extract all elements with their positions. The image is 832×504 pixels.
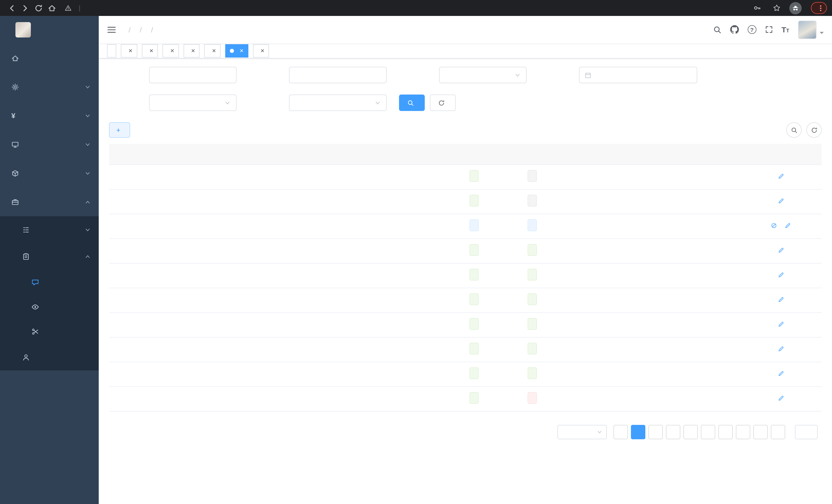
hamburger-icon[interactable] [107,25,116,34]
detail-action[interactable] [778,321,785,327]
cell-submit-time [562,263,651,288]
cell-status [446,263,502,288]
cell-name [268,312,328,337]
prev-page-button[interactable] [614,425,628,439]
page-button-4[interactable] [683,425,698,439]
sidebar-item-11[interactable] [0,344,99,370]
home-icon[interactable] [45,1,59,15]
detail-action[interactable] [778,173,785,179]
cell-actions [742,214,822,239]
parent-process-input[interactable] [289,67,387,83]
cell-end-time [651,189,742,214]
detail-action[interactable] [778,297,785,303]
detail-action[interactable] [778,370,785,376]
page-button-2[interactable] [648,425,663,439]
view-tab-0[interactable] [107,44,116,57]
close-icon[interactable]: × [191,47,195,54]
search-icon[interactable] [713,25,721,34]
process-name-input[interactable] [149,67,237,83]
sidebar-item-1[interactable] [0,73,99,101]
address-bar[interactable]: | [65,2,744,14]
create-process-button[interactable]: + [109,122,130,138]
bookmark-star-icon[interactable] [770,1,783,15]
page-button-6[interactable] [718,425,733,439]
sidebar-item-8[interactable] [0,270,99,295]
page-button-5[interactable] [701,425,715,439]
close-icon[interactable]: × [260,47,264,54]
close-icon[interactable]: × [149,47,153,54]
sidebar-item-7[interactable] [0,243,99,270]
app-logo-row[interactable] [0,16,99,44]
view-tab-7[interactable]: × [253,44,269,57]
goto-page-input[interactable] [795,425,817,439]
close-icon[interactable]: × [212,47,216,54]
help-icon[interactable]: ? [747,25,756,34]
pager [612,425,787,439]
forward-icon[interactable] [19,1,32,15]
sidebar-item-2[interactable]: ¥ [0,101,99,130]
close-icon[interactable]: × [129,47,132,54]
breadcrumb-separator: / [140,25,142,34]
detail-action[interactable] [778,395,785,401]
user-menu[interactable] [798,20,824,39]
clipboard-icon [22,253,30,260]
detail-action[interactable] [778,247,785,253]
reset-button[interactable] [430,94,456,111]
sidebar-item-4[interactable] [0,159,99,188]
detail-action[interactable] [785,222,792,229]
refresh-table-button[interactable] [806,122,822,138]
sidebar-item-6[interactable] [0,216,99,243]
cell-name [268,362,328,386]
cell-result [502,362,562,386]
page-size-select[interactable] [557,425,607,439]
sidebar-item-3[interactable] [0,130,99,159]
sidebar-item-10[interactable] [0,319,99,344]
chevron-down-icon [85,170,90,176]
result-tag [527,392,537,404]
sidebar-item-0[interactable] [0,44,99,73]
cell-id [109,386,268,411]
back-icon[interactable] [5,1,19,15]
view-tab-3[interactable]: × [162,44,179,57]
result-select[interactable] [289,94,387,111]
gear-icon [11,83,19,91]
detail-action[interactable] [778,198,785,204]
status-select[interactable] [149,94,237,111]
table-body [109,164,822,411]
page-button-11[interactable] [753,425,768,439]
sidebar-item-5[interactable] [0,188,99,216]
toggle-search-button[interactable] [786,122,802,138]
table-row-1 [109,189,822,214]
column-header-5 [502,144,562,164]
category-select[interactable] [439,67,526,83]
update-button[interactable] [811,2,827,14]
view-tab-6[interactable]: × [225,44,248,57]
detail-action[interactable] [778,346,785,352]
search-button[interactable] [399,94,425,111]
cell-actions [742,239,822,263]
browser-menu-icon[interactable] [820,4,822,11]
key-icon[interactable] [750,1,763,15]
view-tab-1[interactable]: × [121,44,137,57]
cell-task [384,239,446,263]
cell-task [384,263,446,288]
cancel-action[interactable] [771,222,779,229]
fullscreen-icon[interactable] [765,26,773,33]
view-tab-5[interactable]: × [204,44,220,57]
reload-icon[interactable] [32,1,45,15]
pager-ellipsis[interactable] [736,425,750,439]
date-range-picker[interactable] [579,67,697,83]
close-icon[interactable]: × [170,47,174,54]
view-tab-2[interactable]: × [142,44,158,57]
page-button-1[interactable] [631,425,645,439]
close-icon[interactable]: × [240,47,243,54]
github-icon[interactable] [730,25,739,34]
view-tab-4[interactable]: × [184,44,200,57]
page-button-3[interactable] [666,425,680,439]
cell-submit-time [562,312,651,337]
sidebar-item-9[interactable] [0,295,99,319]
font-size-icon[interactable]: TT [781,26,789,33]
next-page-button[interactable] [771,425,785,439]
detail-action[interactable] [778,272,785,278]
avatar[interactable] [798,20,816,39]
